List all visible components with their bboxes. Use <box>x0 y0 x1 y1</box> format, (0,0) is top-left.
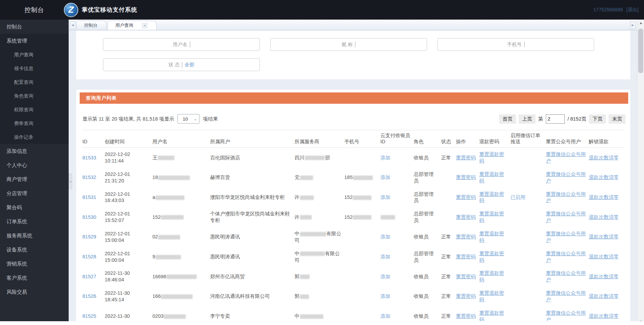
sidebar-item-风险交易[interactable]: 风险交易 <box>0 285 69 299</box>
pagination-prev-button[interactable]: 上页 <box>519 114 536 124</box>
add-cashier-id-link[interactable]: 添加 <box>380 194 390 200</box>
page-size-select[interactable]: 10 ⌄ <box>177 114 199 124</box>
tab-用户查询[interactable]: 用户查询✕ <box>107 21 157 30</box>
reset-refund-password-link[interactable]: 重置退款密码 <box>479 152 504 164</box>
reset-wechat-user-link[interactable]: 重置微信公众号用户 <box>546 290 586 302</box>
sidebar-item-个人中心[interactable]: 个人中心 <box>0 158 69 172</box>
reset-refund-password-link[interactable]: 重置退款密码 <box>479 211 504 223</box>
clear-refund-count-link[interactable]: 退款次数清零 <box>589 293 619 299</box>
tab-close-icon[interactable]: ✕ <box>142 23 147 28</box>
reset-password-link[interactable]: 重置密码 <box>456 313 476 319</box>
clear-refund-count-link[interactable]: 退款次数清零 <box>589 214 619 220</box>
table-row: 815332022-12-0210:11:44王百伦国际酒店四川部添加收银员正常… <box>82 148 625 168</box>
scroll-up-icon[interactable]: ▲ <box>637 20 644 26</box>
add-cashier-id-link[interactable]: 添加 <box>380 254 390 259</box>
sidebar-item-客户系统[interactable]: 客户系统 <box>0 271 69 285</box>
sidebar-item-console[interactable]: 控制台 <box>0 20 69 34</box>
search-field-昵 称[interactable]: 昵 称 <box>270 38 427 51</box>
user-id-link[interactable]: 81528 <box>82 254 96 259</box>
search-field-手机号[interactable]: 手机号 <box>437 38 594 51</box>
add-cashier-id-link[interactable]: 添加 <box>380 313 390 319</box>
reset-password-link[interactable]: 重置密码 <box>456 214 476 220</box>
bottom-scroll-strip[interactable] <box>0 321 644 325</box>
user-id-link[interactable]: 81531 <box>82 194 96 200</box>
reset-refund-password-link[interactable]: 重置退款密码 <box>479 251 504 263</box>
sidebar-subitem-用户查询[interactable]: 用户查询 <box>0 48 69 61</box>
sidebar-collapse-handle[interactable]: ◂ <box>69 173 72 189</box>
add-cashier-id-link[interactable]: 添加 <box>380 274 390 279</box>
cell-phone <box>344 267 380 287</box>
sidebar-subitem-费率查询[interactable]: 费率查询 <box>0 116 69 130</box>
user-id-link[interactable]: 81525 <box>82 313 96 319</box>
pagination-next-button[interactable]: 下页 <box>589 114 606 124</box>
reset-wechat-user-link[interactable]: 重置微信公众号用户 <box>546 270 586 282</box>
add-cashier-id-link[interactable]: 添加 <box>380 155 390 160</box>
reset-wechat-user-link[interactable]: 重置微信公众号用户 <box>546 191 586 203</box>
reset-wechat-user-link[interactable]: 重置微信公众号用户 <box>546 152 586 164</box>
sidebar-item-system-mgmt[interactable]: 系统管理 <box>0 34 69 48</box>
reset-refund-password-link[interactable]: 重置退款密码 <box>479 270 504 282</box>
clear-refund-count-link[interactable]: 退款次数清零 <box>589 313 619 319</box>
sidebar-item-服务商系统[interactable]: 服务商系统 <box>0 228 69 243</box>
clear-refund-count-link[interactable]: 退款次数清零 <box>589 155 619 160</box>
reset-refund-password-link[interactable]: 重置退款密码 <box>479 171 504 183</box>
vertical-scrollbar[interactable]: ▲ ▼ <box>637 20 644 325</box>
clear-refund-count-link[interactable]: 退款次数清零 <box>589 194 619 200</box>
reset-refund-password-link[interactable]: 重置退款密码 <box>479 191 504 203</box>
search-field-状 态[interactable]: 状 态全部 <box>103 58 260 71</box>
reset-wechat-user-link[interactable]: 重置微信公众号用户 <box>546 251 586 263</box>
user-id-link[interactable]: 81532 <box>82 175 96 180</box>
pagination-first-button[interactable]: 首页 <box>499 114 516 124</box>
sidebar-subitem-操作记录[interactable]: 操作记录 <box>0 130 69 144</box>
reset-password-link[interactable]: 重置密码 <box>456 254 476 259</box>
add-cashier-id-link[interactable]: 添加 <box>380 293 390 299</box>
add-cashier-id-link[interactable]: 添加 <box>380 234 390 239</box>
reset-password-link[interactable]: 重置密码 <box>456 194 476 200</box>
user-id-link[interactable]: 81526 <box>82 293 96 299</box>
sidebar-item-分店管理[interactable]: 分店管理 <box>0 186 69 200</box>
sidebar-item-添加信息[interactable]: 添加信息 <box>0 144 69 158</box>
sidebar-subitem-领卡信息[interactable]: 领卡信息 <box>0 61 69 75</box>
pagination-page-input[interactable] <box>546 114 565 124</box>
search-form-panel: 用户名昵 称手机号 状 态全部 <box>76 31 630 79</box>
tab-scroll-right-icon[interactable]: ▶ <box>630 21 636 29</box>
sidebar-subitem-角色查询[interactable]: 角色查询 <box>0 89 69 103</box>
reset-password-link[interactable]: 重置密码 <box>456 175 476 180</box>
logout-link[interactable]: [退出] <box>626 7 639 13</box>
user-id-link[interactable]: 81527 <box>82 274 96 279</box>
clear-refund-count-link[interactable]: 退款次数清零 <box>589 274 619 279</box>
sidebar-item-营销系统[interactable]: 营销系统 <box>0 257 69 271</box>
add-cashier-id-link[interactable]: 添加 <box>380 175 390 180</box>
reset-refund-password-link[interactable]: 重置退款密码 <box>479 310 504 321</box>
reset-password-link[interactable]: 重置密码 <box>456 293 476 299</box>
sidebar-item-商户管理[interactable]: 商户管理 <box>0 172 69 186</box>
reset-password-link[interactable]: 重置密码 <box>456 155 476 160</box>
user-id-link[interactable]: 81533 <box>82 155 96 160</box>
reset-wechat-user-link[interactable]: 重置微信公众号用户 <box>546 211 586 223</box>
reset-refund-password-link[interactable]: 重置退款密码 <box>479 290 504 302</box>
tab-scroll-left-icon[interactable]: ◀ <box>70 21 76 29</box>
pagination-last-button[interactable]: 末页 <box>609 114 625 124</box>
reset-wechat-user-link[interactable]: 重置微信公众号用户 <box>546 171 586 183</box>
clear-refund-count-link[interactable]: 退款次数清零 <box>589 254 619 259</box>
reset-password-link[interactable]: 重置密码 <box>456 234 476 239</box>
reset-refund-password-link[interactable]: 重置退款密码 <box>479 231 504 243</box>
sidebar-item-聚合码[interactable]: 聚合码 <box>0 200 69 214</box>
sidebar-subitem-配置查询[interactable]: 配置查询 <box>0 75 69 89</box>
reset-wechat-user-link[interactable]: 重置微信公众号用户 <box>546 231 586 243</box>
sidebar-item-设备系统[interactable]: 设备系统 <box>0 243 69 257</box>
clear-refund-count-link[interactable]: 退款次数清零 <box>589 175 619 180</box>
tab-控制台[interactable]: 控制台 <box>76 21 107 30</box>
cell-reset-official-account: 重置微信公众号用户 <box>546 168 589 188</box>
table-row: 815292022-12-0115:00:0402惠民明涛通讯中有限公司添加收银… <box>82 227 625 247</box>
sidebar-item-订单系统[interactable]: 订单系统 <box>0 214 69 228</box>
column-header-ID: ID <box>82 130 105 148</box>
search-field-用户名[interactable]: 用户名 <box>103 38 260 51</box>
clear-refund-count-link[interactable]: 退款次数清零 <box>589 234 619 239</box>
scrollbar-thumb[interactable] <box>638 29 643 73</box>
user-id-link[interactable]: 81529 <box>82 234 96 239</box>
user-id-link[interactable]: 81530 <box>82 214 96 220</box>
reset-wechat-user-link[interactable]: 重置微信公众号用户 <box>546 310 586 321</box>
reset-password-link[interactable]: 重置密码 <box>456 274 476 279</box>
sidebar-subitem-权限查询[interactable]: 权限查询 <box>0 103 69 116</box>
